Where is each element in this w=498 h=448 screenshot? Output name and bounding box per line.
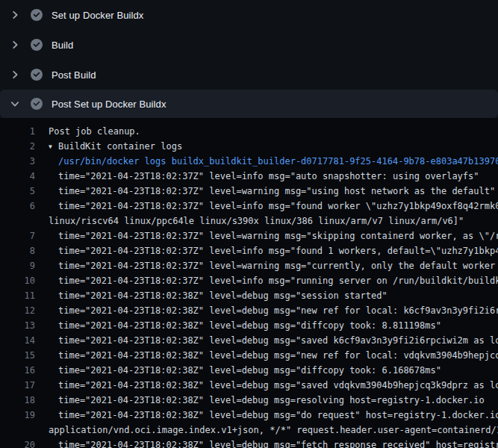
- check-circle-icon: [31, 69, 43, 81]
- log-line-text: time="2021-04-23T18:02:37Z" level=warnin…: [58, 184, 498, 199]
- check-circle-icon: [31, 98, 43, 110]
- actions-log-viewer: Set up Docker Buildx Build Post Build: [0, 0, 498, 448]
- log-line-number: [0, 214, 35, 228]
- log-line-number[interactable]: 6: [0, 199, 35, 214]
- log-row: application/vnd.oci.image.index.v1+json,…: [0, 423, 498, 438]
- log-row: 1 Post job cleanup.: [0, 124, 498, 139]
- log-row: linux/riscv64 linux/ppc64le linux/s390x …: [0, 214, 498, 228]
- log-line-number[interactable]: 1: [0, 124, 35, 139]
- group-collapse-caret-icon[interactable]: ▼: [49, 140, 58, 154]
- log-row: 3 /usr/bin/docker logs buildx_buildkit_b…: [0, 154, 498, 169]
- log-line-number[interactable]: 9: [0, 258, 35, 273]
- log-line-text: time="2021-04-23T18:02:38Z" level=debug …: [58, 378, 498, 393]
- log-row: 17 time="2021-04-23T18:02:38Z" level=deb…: [0, 378, 498, 393]
- log-line-text: time="2021-04-23T18:02:38Z" level=debug …: [58, 288, 498, 303]
- log-line-number[interactable]: 11: [0, 288, 35, 303]
- log-row: 20 time="2021-04-23T18:02:38Z" level=deb…: [0, 438, 498, 448]
- chevron-right-icon: [9, 69, 21, 81]
- chevron-right-icon: [9, 9, 21, 21]
- step-row-set-up-docker-buildx[interactable]: Set up Docker Buildx: [0, 0, 498, 30]
- log-line-text: time="2021-04-23T18:02:37Z" level=info m…: [58, 273, 498, 288]
- log-line-number[interactable]: 10: [0, 273, 35, 288]
- log-line-text: time="2021-04-23T18:02:37Z" level=info m…: [58, 169, 498, 184]
- log-command-text: /usr/bin/docker logs buildx_buildkit_bui…: [58, 154, 498, 169]
- log-line-text: time="2021-04-23T18:02:37Z" level=info m…: [58, 243, 498, 258]
- log-line-number[interactable]: 12: [0, 303, 35, 318]
- log-line-number[interactable]: 20: [0, 438, 35, 448]
- log-line-text: time="2021-04-23T18:02:38Z" level=debug …: [58, 333, 498, 348]
- log-row: 16 time="2021-04-23T18:02:38Z" level=deb…: [0, 363, 498, 378]
- log-line-text: time="2021-04-23T18:02:37Z" level=info m…: [58, 199, 498, 214]
- log-line-text: time="2021-04-23T18:02:38Z" level=debug …: [58, 318, 498, 333]
- log-line-text: Post job cleanup.: [49, 124, 498, 139]
- log-line-number[interactable]: 15: [0, 348, 35, 363]
- log-line-text: time="2021-04-23T18:02:37Z" level=warnin…: [58, 258, 498, 273]
- log-line-number[interactable]: 2: [0, 139, 35, 154]
- log-row: 19 time="2021-04-23T18:02:38Z" level=deb…: [0, 408, 498, 423]
- log-line-text: time="2021-04-23T18:02:38Z" level=debug …: [58, 348, 498, 363]
- chevron-down-icon: [9, 98, 21, 110]
- log-line-text: time="2021-04-23T18:02:38Z" level=debug …: [58, 303, 498, 318]
- chevron-right-icon: [9, 39, 21, 51]
- log-group-toggle[interactable]: ▼BuildKit container logs: [49, 139, 498, 154]
- step-row-post-set-up-docker-buildx[interactable]: Post Set up Docker Buildx: [0, 90, 498, 118]
- log-line-number[interactable]: 14: [0, 333, 35, 348]
- log-line-number[interactable]: 8: [0, 243, 35, 258]
- check-circle-icon: [31, 9, 43, 21]
- log-line-number[interactable]: 13: [0, 318, 35, 333]
- log-line-number[interactable]: 17: [0, 378, 35, 393]
- log-line-number[interactable]: 16: [0, 363, 35, 378]
- log-line-number[interactable]: 3: [0, 154, 35, 169]
- log-line-text: linux/riscv64 linux/ppc64le linux/s390x …: [49, 214, 498, 228]
- log-row: 10 time="2021-04-23T18:02:37Z" level=inf…: [0, 273, 498, 288]
- step-label: Post Set up Docker Buildx: [52, 99, 166, 110]
- log-line-text: time="2021-04-23T18:02:38Z" level=debug …: [58, 408, 498, 423]
- log-row: 2 ▼BuildKit container logs: [0, 139, 498, 154]
- step-row-post-build[interactable]: Post Build: [0, 60, 498, 90]
- log-output-area[interactable]: 1 Post job cleanup. 2 ▼BuildKit containe…: [0, 118, 498, 448]
- log-row: 12 time="2021-04-23T18:02:38Z" level=deb…: [0, 303, 498, 318]
- step-label: Post Build: [52, 69, 96, 81]
- step-row-build[interactable]: Build: [0, 30, 498, 60]
- log-line-text: application/vnd.oci.image.index.v1+json,…: [49, 423, 498, 438]
- log-row: 11 time="2021-04-23T18:02:38Z" level=deb…: [0, 288, 498, 303]
- log-line-text: time="2021-04-23T18:02:38Z" level=debug …: [58, 363, 498, 378]
- log-row: 7 time="2021-04-23T18:02:37Z" level=warn…: [0, 228, 498, 243]
- log-line-number[interactable]: 18: [0, 393, 35, 408]
- log-row: 4 time="2021-04-23T18:02:37Z" level=info…: [0, 169, 498, 184]
- log-line-text: time="2021-04-23T18:02:38Z" level=debug …: [58, 438, 498, 448]
- log-line-text: time="2021-04-23T18:02:38Z" level=debug …: [58, 393, 498, 408]
- log-row: 13 time="2021-04-23T18:02:38Z" level=deb…: [0, 318, 498, 333]
- log-row: 15 time="2021-04-23T18:02:38Z" level=deb…: [0, 348, 498, 363]
- log-row: 18 time="2021-04-23T18:02:38Z" level=deb…: [0, 393, 498, 408]
- log-row: 14 time="2021-04-23T18:02:38Z" level=deb…: [0, 333, 498, 348]
- log-line-number[interactable]: 7: [0, 228, 35, 243]
- log-line-number: [0, 423, 35, 438]
- log-line-text: time="2021-04-23T18:02:37Z" level=warnin…: [58, 228, 498, 243]
- log-row: 8 time="2021-04-23T18:02:37Z" level=info…: [0, 243, 498, 258]
- step-label: Set up Docker Buildx: [52, 10, 143, 21]
- step-label: Build: [52, 40, 73, 51]
- steps-list: Set up Docker Buildx Build Post Build: [0, 0, 498, 118]
- check-circle-icon: [31, 39, 43, 51]
- log-line-number[interactable]: 5: [0, 184, 35, 199]
- log-line-number[interactable]: 19: [0, 408, 35, 423]
- log-row: 9 time="2021-04-23T18:02:37Z" level=warn…: [0, 258, 498, 273]
- log-line-number[interactable]: 4: [0, 169, 35, 184]
- log-row: 5 time="2021-04-23T18:02:37Z" level=warn…: [0, 184, 498, 199]
- log-row: 6 time="2021-04-23T18:02:37Z" level=info…: [0, 199, 498, 214]
